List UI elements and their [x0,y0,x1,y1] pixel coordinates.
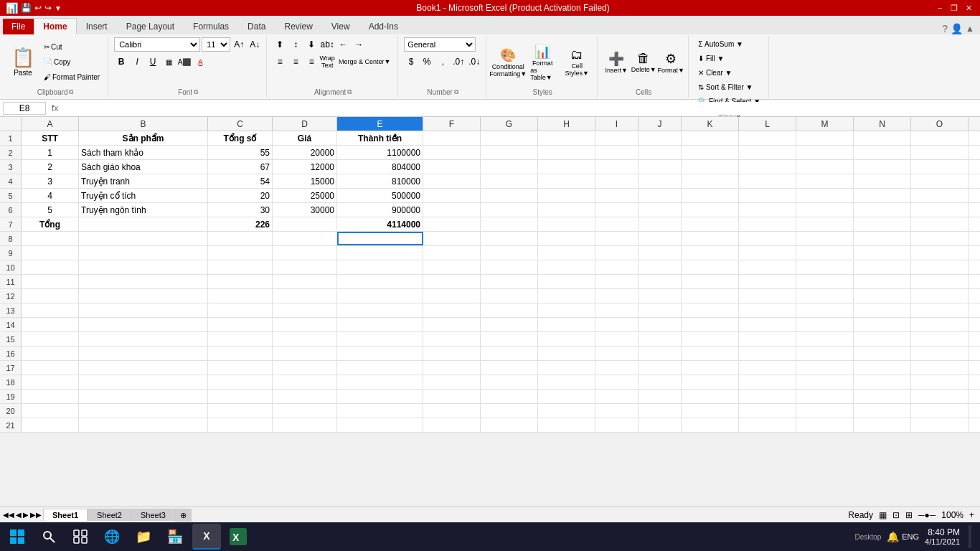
cell-I18[interactable] [595,375,639,389]
sheet-tab-sheet1[interactable]: Sheet1 [43,509,88,521]
cell-J7[interactable] [639,217,682,231]
cell-A6[interactable]: 5 [22,203,79,217]
cell-E8[interactable] [337,232,423,245]
cell-M3[interactable] [796,160,854,174]
cell-H13[interactable] [538,303,595,317]
search-button[interactable] [34,524,63,550]
cell-C21[interactable] [208,418,273,432]
cell-B9[interactable] [79,246,208,260]
cell-B1[interactable]: Sản phẩm [79,131,208,145]
cell-B21[interactable] [79,418,208,432]
bold-button[interactable]: B [114,55,128,69]
cell-M19[interactable] [796,390,854,403]
cell-L8[interactable] [739,232,796,245]
cell-O21[interactable] [911,418,969,432]
cell-G9[interactable] [481,246,538,260]
cell-D4[interactable]: 15000 [273,174,337,188]
cell-G2[interactable] [481,146,538,159]
cell-F8[interactable] [423,232,481,245]
excel-taskbar-button[interactable]: X [192,524,221,550]
cell-O14[interactable] [911,318,969,331]
cell-G8[interactable] [481,232,538,245]
cell-N7[interactable] [854,217,911,231]
cell-D3[interactable]: 12000 [273,160,337,174]
cell-P10[interactable] [969,260,980,274]
cell-C12[interactable] [208,289,273,303]
cell-F19[interactable] [423,390,481,403]
cell-O10[interactable] [911,260,969,274]
format-as-table-btn[interactable]: 📊 Format as Table▼ [527,40,558,85]
cell-C16[interactable] [208,347,273,360]
cell-A12[interactable] [22,289,79,303]
cell-K15[interactable] [682,332,739,346]
row-number-2[interactable]: 2 [0,146,22,159]
cell-F6[interactable] [423,203,481,217]
tab-addins[interactable]: Add-Ins [359,18,407,34]
cell-A13[interactable] [22,303,79,317]
cell-K5[interactable] [682,189,739,202]
row-number-11[interactable]: 11 [0,275,22,288]
cell-B11[interactable] [79,275,208,288]
cell-L10[interactable] [739,260,796,274]
cell-I21[interactable] [595,418,639,432]
row-number-21[interactable]: 21 [0,418,22,432]
fill-btn[interactable]: ⬇ Fill ▼ [694,52,727,65]
cell-G10[interactable] [481,260,538,274]
cell-A10[interactable] [22,260,79,274]
cell-P7[interactable] [969,217,980,231]
delete-btn[interactable]: 🗑 Delete▼ [631,40,656,85]
cell-J10[interactable] [639,260,682,274]
cell-E20[interactable] [337,404,423,418]
cell-D21[interactable] [273,418,337,432]
cell-D2[interactable]: 20000 [273,146,337,159]
sheet-nav-left[interactable]: ◀◀ [3,511,14,519]
cut-button[interactable]: ✂Cut [40,41,103,54]
cell-N21[interactable] [854,418,911,432]
cell-G14[interactable] [481,318,538,331]
cell-L17[interactable] [739,361,796,375]
cell-M10[interactable] [796,260,854,274]
cell-O5[interactable] [911,189,969,202]
cell-N14[interactable] [854,318,911,331]
cell-L16[interactable] [739,347,796,360]
cell-L6[interactable] [739,203,796,217]
cell-P18[interactable] [969,375,980,389]
cell-F5[interactable] [423,189,481,202]
cell-B5[interactable]: Truyện cổ tích [79,189,208,202]
cell-O15[interactable] [911,332,969,346]
cell-H5[interactable] [538,189,595,202]
cell-N11[interactable] [854,275,911,288]
tab-view[interactable]: View [322,18,359,34]
cell-O7[interactable] [911,217,969,231]
cell-K18[interactable] [682,375,739,389]
cell-L18[interactable] [739,375,796,389]
cell-E18[interactable] [337,375,423,389]
cell-M9[interactable] [796,246,854,260]
view-normal-btn[interactable]: ▦ [879,510,887,520]
sheet-nav-prev[interactable]: ◀ [16,511,22,519]
cell-B10[interactable] [79,260,208,274]
col-header-C[interactable]: C [208,117,273,131]
conditional-formatting-btn[interactable]: 🎨 Conditional Formatting▼ [492,40,524,85]
cell-E19[interactable] [337,390,423,403]
cell-I19[interactable] [595,390,639,403]
cell-K21[interactable] [682,418,739,432]
fill-color-button[interactable]: A⬛ [177,55,192,69]
cell-L20[interactable] [739,404,796,418]
cell-G11[interactable] [481,275,538,288]
cell-A16[interactable] [22,347,79,360]
quick-dropdown-btn[interactable]: ▼ [55,4,62,12]
cell-F11[interactable] [423,275,481,288]
cell-H11[interactable] [538,275,595,288]
cell-A17[interactable] [22,361,79,375]
italic-button[interactable]: I [130,55,144,69]
cell-A5[interactable]: 4 [22,189,79,202]
cell-N10[interactable] [854,260,911,274]
merge-center-btn[interactable]: Merge & Center▼ [336,55,393,69]
cell-I7[interactable] [595,217,639,231]
cell-M6[interactable] [796,203,854,217]
cell-E13[interactable] [337,303,423,317]
zoom-slider[interactable]: ─●─ [918,510,936,520]
row-number-19[interactable]: 19 [0,390,22,403]
cell-O3[interactable] [911,160,969,174]
